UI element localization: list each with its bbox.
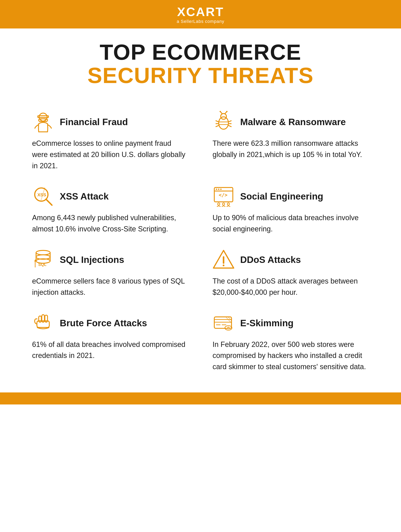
threat-ddos-title: DDoS Attacks — [240, 254, 301, 265]
svg-rect-53 — [214, 317, 232, 328]
svg-point-32 — [36, 250, 50, 255]
svg-point-45 — [223, 265, 225, 266]
svg-point-29 — [218, 203, 220, 205]
svg-line-11 — [216, 120, 219, 122]
title-line1: TOP ECOMMERCE — [16, 40, 385, 64]
social-engineering-icon: </> — [213, 185, 235, 207]
xss-icon: XSS — [32, 185, 54, 207]
threat-sql-desc: eCommerce sellers face 8 various types o… — [32, 276, 188, 298]
threat-malware-desc: There were 623.3 million ransomware atta… — [213, 138, 369, 160]
ddos-icon — [213, 249, 235, 271]
svg-line-8 — [225, 112, 227, 114]
footer — [0, 393, 401, 405]
threat-xss: XSS XSS Attack Among 6,443 newly publish… — [20, 179, 200, 243]
svg-point-61 — [228, 328, 229, 328]
svg-line-20 — [46, 199, 52, 205]
threat-eskimming-title: E-Skimming — [240, 318, 294, 329]
svg-point-25 — [216, 189, 217, 190]
malware-icon — [213, 111, 235, 133]
threat-social-desc: Up to 90% of malicious data breaches inv… — [213, 212, 369, 235]
brute-force-icon — [32, 312, 54, 334]
title-line2: SECURITY THREATS — [16, 64, 385, 87]
threat-malware: Malware & Ransomware There were 623.3 mi… — [200, 105, 381, 179]
svg-point-9 — [219, 111, 221, 112]
svg-point-30 — [223, 203, 225, 205]
svg-line-14 — [228, 120, 231, 122]
svg-line-13 — [216, 126, 219, 127]
svg-point-31 — [227, 203, 230, 205]
threat-financial-fraud-desc: eCommerce losses to online payment fraud… — [32, 138, 188, 171]
svg-text:XSS: XSS — [37, 192, 46, 197]
financial-fraud-icon — [32, 111, 54, 133]
svg-point-3 — [40, 120, 42, 121]
svg-line-7 — [220, 112, 222, 114]
svg-text:</>: </> — [219, 192, 228, 198]
threat-sql-title: SQL Injections — [60, 254, 124, 265]
svg-point-26 — [218, 189, 219, 190]
threat-social-title: Social Engineering — [240, 191, 323, 202]
threat-brute-force: Brute Force Attacks 61% of all data brea… — [20, 306, 200, 380]
svg-point-5 — [219, 117, 228, 129]
threats-grid: Financial Fraud eCommerce losses to onli… — [0, 97, 401, 393]
threat-ddos: DDoS Attacks The cost of a DDoS attack a… — [200, 243, 381, 306]
threat-sql: SQL SQL Injections eCommerce sellers fac… — [20, 243, 200, 306]
threat-malware-title: Malware & Ransomware — [240, 116, 346, 127]
logo-tagline: a SellerLabs company — [0, 19, 401, 24]
title-section: TOP ECOMMERCE SECURITY THREATS — [0, 28, 401, 97]
threat-social: </> Social Engineering Up to 90% of mali… — [200, 179, 381, 243]
e-skimming-icon — [213, 312, 235, 334]
svg-point-4 — [45, 120, 46, 121]
threat-xss-desc: Among 6,443 newly published vulnerabilit… — [32, 212, 188, 235]
svg-text:SQL: SQL — [38, 262, 46, 267]
threat-xss-title: XSS Attack — [60, 191, 109, 202]
header: XCART a SellerLabs company — [0, 0, 401, 28]
sql-icon: SQL — [32, 249, 54, 271]
svg-line-16 — [228, 126, 231, 127]
threat-ddos-desc: The cost of a DDoS attack averages betwe… — [213, 276, 369, 298]
svg-point-10 — [226, 111, 228, 112]
threat-financial-fraud-title: Financial Fraud — [60, 116, 128, 127]
threat-brute-force-title: Brute Force Attacks — [60, 318, 147, 329]
threat-eskimming: E-Skimming In February 2022, over 500 we… — [200, 306, 381, 380]
svg-point-27 — [220, 189, 222, 190]
threat-brute-force-desc: 61% of all data breaches involved compro… — [32, 339, 188, 361]
logo-text: XCART — [0, 6, 401, 18]
threat-financial-fraud: Financial Fraud eCommerce losses to onli… — [20, 105, 200, 179]
threat-eskimming-desc: In February 2022, over 500 web stores we… — [213, 339, 369, 372]
